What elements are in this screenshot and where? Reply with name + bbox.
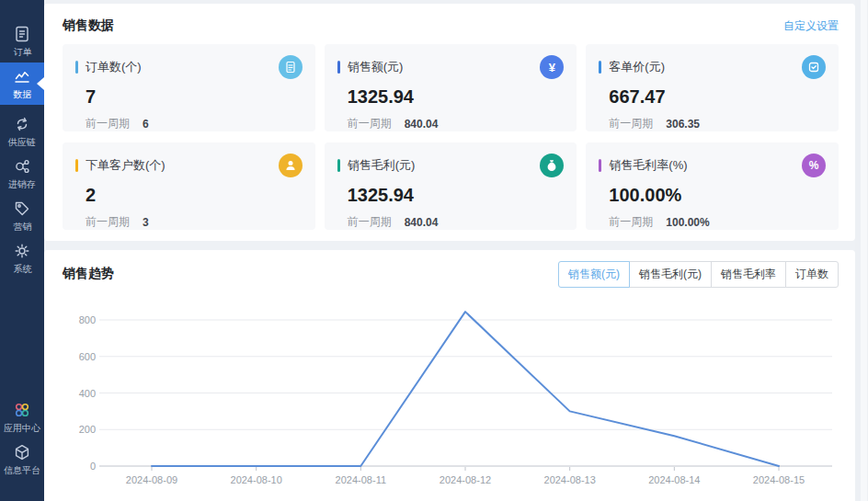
- svg-text:2024-08-11: 2024-08-11: [336, 474, 386, 485]
- stat-label: 销售额(元): [348, 59, 404, 75]
- sidebar-item-app-center[interactable]: 应用中心: [0, 396, 44, 438]
- chart-line-series: [152, 312, 779, 466]
- sidebar: 订单 数据 供应链 进销存: [0, 0, 44, 501]
- stat-card-customer-count: 下单客户数(个) 2 前一周期 3: [63, 142, 315, 230]
- prev-period-value: 6: [143, 118, 149, 131]
- svg-text:0: 0: [90, 461, 96, 472]
- stat-value: 100.00%: [609, 185, 826, 206]
- sales-data-panel: 销售数据 自定义设置 订单数(个) 7 前一周期 6: [44, 4, 855, 241]
- check-badge-icon: [802, 55, 826, 79]
- trend-metric-tab-group: 销售额(元) 销售毛利(元) 销售毛利率 订单数: [558, 261, 839, 288]
- sidebar-item-orders[interactable]: 订单: [0, 20, 44, 63]
- svg-text:200: 200: [79, 424, 96, 435]
- sidebar-item-label: 系统: [13, 263, 31, 275]
- percent-icon: %: [802, 154, 826, 177]
- stat-card-order-count: 订单数(个) 7 前一周期 6: [63, 44, 315, 131]
- stat-card-avg-order-value: 客单价(元) 667.47 前一周期 306.35: [586, 44, 839, 131]
- supply-chain-icon: [13, 115, 31, 133]
- prev-period-label: 前一周期: [348, 116, 392, 131]
- stat-label: 订单数(个): [86, 59, 142, 75]
- svg-text:2024-08-14: 2024-08-14: [648, 474, 700, 485]
- sidebar-item-label: 数据: [13, 88, 31, 100]
- main-content: 销售数据 自定义设置 订单数(个) 7 前一周期 6: [44, 0, 855, 501]
- sidebar-item-marketing[interactable]: 营销: [0, 195, 44, 237]
- sidebar-item-label: 供应链: [8, 136, 36, 148]
- svg-text:2024-08-09: 2024-08-09: [126, 474, 177, 485]
- svg-text:2024-08-10: 2024-08-10: [231, 474, 282, 485]
- sidebar-item-label: 信息平台: [4, 464, 40, 476]
- chart-gridlines: [99, 320, 832, 471]
- accent-bar: [599, 159, 601, 172]
- info-platform-cube-icon: [13, 443, 31, 461]
- stat-label: 销售毛利(元): [348, 157, 416, 174]
- sales-trend-title: 销售趋势: [63, 266, 114, 282]
- prev-period-label: 前一周期: [86, 116, 130, 131]
- prev-period-value: 840.04: [405, 216, 439, 229]
- sidebar-item-system[interactable]: 系统: [0, 237, 44, 279]
- app-center-icon: [13, 401, 31, 419]
- tab-gross-profit[interactable]: 销售毛利(元): [629, 261, 712, 288]
- sidebar-bottom-group: 应用中心 信息平台: [0, 396, 44, 501]
- vertical-scrollbar[interactable]: [861, 0, 867, 501]
- price-tag-icon: [13, 199, 31, 218]
- custom-settings-link[interactable]: 自定义设置: [783, 18, 839, 34]
- svg-text:400: 400: [79, 388, 96, 399]
- stat-label: 销售毛利率(%): [609, 157, 687, 174]
- sales-trend-panel: 销售趋势 销售额(元) 销售毛利(元) 销售毛利率 订单数 0200400600…: [44, 250, 855, 501]
- stat-card-gross-margin: 销售毛利率(%) % 100.00% 前一周期 100.00%: [586, 142, 839, 230]
- svg-text:600: 600: [79, 351, 96, 362]
- svg-text:2024-08-15: 2024-08-15: [753, 474, 805, 485]
- stat-cards-grid: 订单数(个) 7 前一周期 6 销售额(元): [63, 44, 839, 230]
- gear-icon: [13, 242, 31, 260]
- prev-period-value: 840.04: [405, 118, 439, 131]
- svg-text:800: 800: [79, 314, 96, 325]
- accent-bar: [337, 61, 340, 74]
- prev-period-label: 前一周期: [609, 116, 653, 131]
- inventory-nodes-icon: [13, 157, 31, 176]
- chart-axis-labels: 02004006008002024-08-092024-08-102024-08…: [79, 314, 805, 485]
- tab-order-count[interactable]: 订单数: [785, 261, 839, 288]
- stat-value: 2: [86, 185, 303, 206]
- prev-period-label: 前一周期: [348, 214, 392, 230]
- stat-value: 1325.94: [348, 86, 565, 108]
- accent-bar: [75, 159, 78, 172]
- active-item-arrow-notch: [37, 77, 44, 90]
- order-list-icon: [279, 55, 303, 79]
- stat-label: 下单客户数(个): [86, 157, 166, 174]
- data-chart-icon: [13, 67, 31, 85]
- yen-icon: ¥: [540, 55, 564, 79]
- stat-value: 7: [86, 86, 303, 108]
- order-doc-icon: [13, 25, 31, 43]
- prev-period-label: 前一周期: [86, 214, 130, 230]
- person-icon: [279, 154, 303, 177]
- prev-period-value: 306.35: [666, 118, 700, 131]
- svg-text:2024-08-12: 2024-08-12: [440, 474, 491, 485]
- trend-line-chart: 02004006008002024-08-092024-08-102024-08…: [44, 296, 855, 501]
- accent-bar: [337, 159, 340, 172]
- sidebar-item-info-platform[interactable]: 信息平台: [0, 438, 44, 481]
- tab-gross-margin[interactable]: 销售毛利率: [711, 261, 786, 288]
- prev-period-label: 前一周期: [609, 214, 653, 230]
- money-bag-icon: [540, 154, 564, 177]
- sidebar-item-label: 应用中心: [4, 422, 40, 434]
- stat-label: 客单价(元): [609, 59, 665, 75]
- accent-bar: [75, 61, 78, 74]
- stat-card-gross-profit: 销售毛利(元) 1325.94 前一周期 840.04: [325, 142, 577, 230]
- sales-data-title: 销售数据: [63, 17, 114, 34]
- sidebar-item-label: 进销存: [8, 178, 36, 190]
- sidebar-item-inventory[interactable]: 进销存: [0, 153, 44, 195]
- accent-bar: [599, 61, 601, 74]
- prev-period-value: 100.00%: [666, 216, 709, 229]
- sidebar-item-label: 订单: [13, 46, 31, 58]
- stat-value: 1325.94: [348, 185, 565, 206]
- sidebar-item-supply-chain[interactable]: 供应链: [0, 110, 44, 153]
- prev-period-value: 3: [143, 216, 149, 229]
- stat-card-sales-amount: 销售额(元) ¥ 1325.94 前一周期 840.04: [325, 44, 577, 131]
- sidebar-item-label: 营销: [13, 221, 31, 233]
- svg-text:2024-08-13: 2024-08-13: [544, 474, 596, 485]
- stat-value: 667.47: [609, 86, 826, 108]
- tab-sales-amount[interactable]: 销售额(元): [558, 261, 630, 288]
